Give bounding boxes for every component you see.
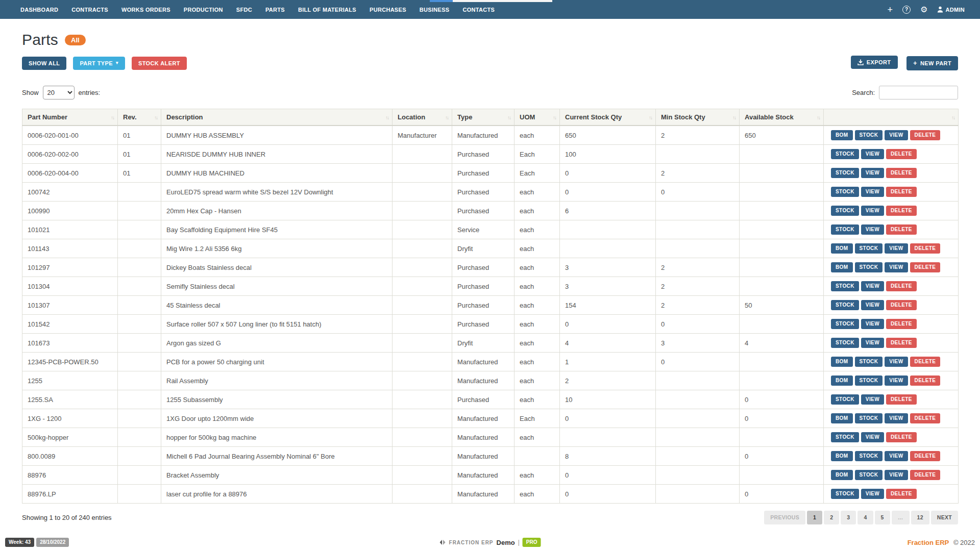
nav-item-contacts[interactable]: CONTACTS [456,7,501,13]
page-button-12[interactable]: 12 [911,511,929,524]
nav-item-bill-of-materials[interactable]: BILL OF MATERIALS [291,7,363,13]
stock-button[interactable]: STOCK [855,451,883,461]
view-button[interactable]: VIEW [885,357,908,367]
view-button[interactable]: VIEW [861,319,884,329]
nav-item-dashboard[interactable]: DASHBOARD [14,7,65,13]
view-button[interactable]: VIEW [885,262,908,272]
sort-icon[interactable]: ↑↓ [553,114,556,120]
bom-button[interactable]: BOM [831,375,853,386]
column-header-actions[interactable]: ↑↓ [824,109,959,126]
nav-item-business[interactable]: BUSINESS [413,7,456,13]
column-header-part-number[interactable]: Part Number↑↓ [22,109,118,126]
nav-item-sfdc[interactable]: SFDC [230,7,259,13]
stock-button[interactable]: STOCK [855,357,883,367]
sort-icon[interactable]: ↑↓ [732,114,736,120]
bom-button[interactable]: BOM [831,357,853,367]
column-header-location[interactable]: Location↑↓ [393,109,452,126]
stock-button[interactable]: STOCK [831,338,859,348]
stock-button[interactable]: STOCK [831,149,859,159]
view-button[interactable]: VIEW [861,300,884,310]
delete-button[interactable]: DELETE [886,187,917,197]
nav-item-parts[interactable]: PARTS [259,7,291,13]
delete-button[interactable]: DELETE [910,243,941,254]
sort-icon[interactable]: ↑↓ [111,114,114,120]
view-button[interactable]: VIEW [861,206,884,216]
delete-button[interactable]: DELETE [886,281,917,291]
view-button[interactable]: VIEW [861,281,884,291]
stock-button[interactable]: STOCK [855,413,883,423]
view-button[interactable]: VIEW [861,168,884,178]
stock-button[interactable]: STOCK [855,470,883,480]
delete-button[interactable]: DELETE [886,206,917,216]
view-button[interactable]: VIEW [885,470,908,480]
stock-button[interactable]: STOCK [831,432,859,442]
sort-icon[interactable]: ↑↓ [649,114,652,120]
bom-button[interactable]: BOM [831,262,853,272]
view-button[interactable]: VIEW [861,338,884,348]
delete-button[interactable]: DELETE [886,319,917,329]
stock-button[interactable]: STOCK [855,262,883,272]
stock-button[interactable]: STOCK [831,319,859,329]
view-button[interactable]: VIEW [861,187,884,197]
bom-button[interactable]: BOM [831,470,853,480]
delete-button[interactable]: DELETE [910,413,941,423]
export-button[interactable]: EXPORT [851,56,898,69]
help-icon[interactable]: ? [902,6,911,14]
column-header-rev-[interactable]: Rev.↑↓ [118,109,161,126]
page-size-select[interactable]: 20 [43,86,75,99]
user-menu[interactable]: ADMIN [937,6,965,13]
bom-button[interactable]: BOM [831,243,853,254]
view-button[interactable]: VIEW [861,394,884,405]
delete-button[interactable]: DELETE [910,357,941,367]
sort-icon[interactable]: ↑↓ [817,114,820,120]
stock-button[interactable]: STOCK [831,300,859,310]
delete-button[interactable]: DELETE [886,489,917,499]
stock-button[interactable]: STOCK [855,375,883,386]
search-input[interactable] [879,86,958,99]
sort-icon[interactable]: ↑↓ [951,114,954,120]
view-button[interactable]: VIEW [885,451,908,461]
bom-button[interactable]: BOM [831,130,853,140]
page-button-2[interactable]: 2 [824,511,839,524]
delete-button[interactable]: DELETE [886,224,917,235]
delete-button[interactable]: DELETE [886,432,917,442]
gear-icon[interactable]: ⚙ [920,6,927,14]
page-button-1[interactable]: 1 [807,511,822,524]
stock-button[interactable]: STOCK [831,224,859,235]
bom-button[interactable]: BOM [831,451,853,461]
view-button[interactable]: VIEW [885,413,908,423]
nav-item-works-orders[interactable]: WORKS ORDERS [115,7,177,13]
previous-page-button[interactable]: PREVIOUS [764,511,805,524]
page-button-3[interactable]: 3 [841,511,856,524]
add-icon[interactable]: + [888,5,893,14]
delete-button[interactable]: DELETE [886,149,917,159]
delete-button[interactable]: DELETE [886,394,917,405]
view-button[interactable]: VIEW [885,130,908,140]
stock-button[interactable]: STOCK [831,394,859,405]
view-button[interactable]: VIEW [861,224,884,235]
view-button[interactable]: VIEW [885,243,908,254]
column-header-min-stock-qty[interactable]: Min Stock Qty↑↓ [656,109,740,126]
view-button[interactable]: VIEW [861,149,884,159]
delete-button[interactable]: DELETE [886,338,917,348]
column-header-current-stock-qty[interactable]: Current Stock Qty↑↓ [560,109,656,126]
stock-button[interactable]: STOCK [831,489,859,499]
stock-button[interactable]: STOCK [831,206,859,216]
delete-button[interactable]: DELETE [910,375,941,386]
view-button[interactable]: VIEW [861,432,884,442]
page-button-4[interactable]: 4 [857,511,873,524]
page-button-5[interactable]: 5 [875,511,890,524]
next-page-button[interactable]: NEXT [931,511,958,524]
new-part-button[interactable]: + NEW PART [906,56,958,70]
nav-item-contracts[interactable]: CONTRACTS [65,7,115,13]
sort-icon[interactable]: ↑↓ [507,114,510,120]
bom-button[interactable]: BOM [831,413,853,423]
stock-button[interactable]: STOCK [831,168,859,178]
column-header-available-stock[interactable]: Available Stock↑↓ [740,109,824,126]
column-header-uom[interactable]: UOM↑↓ [514,109,560,126]
delete-button[interactable]: DELETE [910,130,941,140]
stock-button[interactable]: STOCK [855,130,883,140]
stock-button[interactable]: STOCK [855,243,883,254]
delete-button[interactable]: DELETE [910,470,941,480]
delete-button[interactable]: DELETE [910,262,941,272]
